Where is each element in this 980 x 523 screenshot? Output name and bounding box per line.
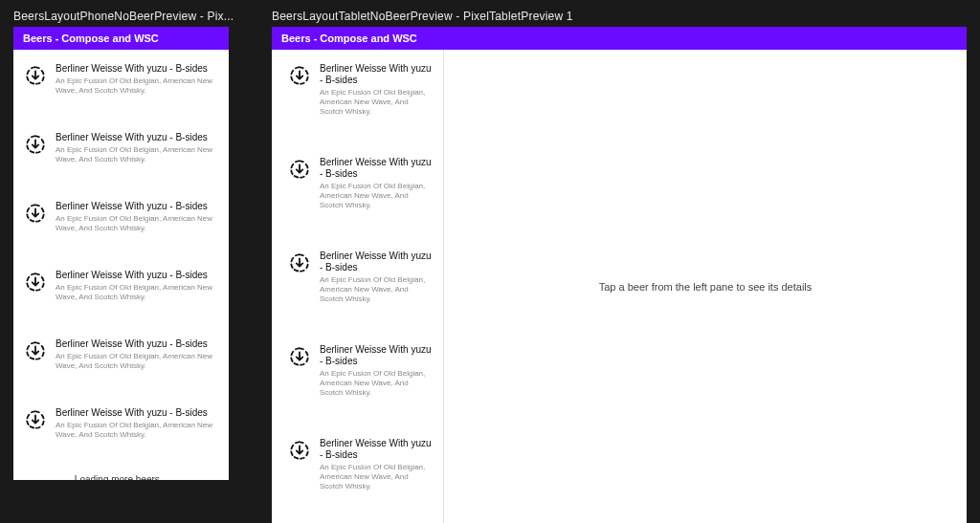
download-dashed-circle-icon	[25, 65, 46, 86]
list-item[interactable]: Berliner Weisse With yuzu - B-sides An E…	[272, 151, 443, 216]
loading-more-label: Loading more beers...	[13, 470, 229, 480]
download-dashed-circle-icon	[25, 409, 46, 430]
download-dashed-circle-icon	[289, 252, 310, 273]
beer-title: Berliner Weisse With yuzu - B-sides	[56, 132, 217, 143]
app-bar: Beers - Compose and WSC	[13, 27, 229, 50]
beer-title: Berliner Weisse With yuzu - B-sides	[320, 251, 434, 273]
list-item[interactable]: Berliner Weisse With yuzu - B-sides An E…	[272, 245, 443, 310]
beer-title: Berliner Weisse With yuzu - B-sides	[56, 201, 217, 212]
beer-subtitle: An Epic Fusion Of Old Belgian, American …	[56, 283, 217, 302]
list-item[interactable]: Berliner Weisse With yuzu - B-sides An E…	[272, 432, 443, 497]
preview-tab-phone[interactable]: BeersLayoutPhoneNoBeerPreview - Pix...	[13, 10, 234, 23]
beer-title: Berliner Weisse With yuzu - B-sides	[320, 438, 434, 461]
phone-preview-frame: Beers - Compose and WSC Berliner Weisse …	[13, 27, 229, 480]
tablet-preview-frame: Beers - Compose and WSC Berliner Weisse …	[272, 27, 967, 523]
beer-subtitle: An Epic Fusion Of Old Belgian, American …	[320, 275, 434, 304]
app-bar: Beers - Compose and WSC	[272, 27, 967, 50]
download-dashed-circle-icon	[289, 440, 310, 461]
beer-title: Berliner Weisse With yuzu - B-sides	[320, 344, 434, 367]
detail-empty-pane: Tap a beer from the left pane to see its…	[444, 50, 967, 523]
list-item[interactable]: Berliner Weisse With yuzu - B-sides An E…	[13, 264, 229, 308]
beer-subtitle: An Epic Fusion Of Old Belgian, American …	[320, 182, 434, 210]
beer-subtitle: An Epic Fusion Of Old Belgian, American …	[56, 76, 217, 96]
download-dashed-circle-icon	[25, 272, 46, 293]
beer-title: Berliner Weisse With yuzu - B-sides	[56, 63, 217, 75]
app-bar-title: Beers - Compose and WSC	[281, 33, 417, 44]
list-item[interactable]: Berliner Weisse With yuzu - B-sides An E…	[13, 333, 229, 377]
download-dashed-circle-icon	[25, 203, 46, 224]
beer-list-phone[interactable]: Berliner Weisse With yuzu - B-sides An E…	[13, 50, 229, 480]
beer-title: Berliner Weisse With yuzu - B-sides	[56, 270, 217, 281]
list-item[interactable]: Berliner Weisse With yuzu - B-sides An E…	[13, 402, 229, 446]
app-bar-title: Beers - Compose and WSC	[23, 33, 159, 44]
list-item[interactable]: Berliner Weisse With yuzu - B-sides An E…	[272, 338, 443, 403]
beer-subtitle: An Epic Fusion Of Old Belgian, American …	[56, 145, 217, 164]
beer-title: Berliner Weisse With yuzu - B-sides	[320, 63, 434, 86]
list-item[interactable]: Berliner Weisse With yuzu - B-sides An E…	[272, 57, 443, 122]
list-item[interactable]: Berliner Weisse With yuzu - B-sides An E…	[13, 195, 229, 239]
beer-subtitle: An Epic Fusion Of Old Belgian, American …	[56, 352, 217, 371]
detail-empty-label: Tap a beer from the left pane to see its…	[599, 281, 813, 293]
download-dashed-circle-icon	[25, 134, 46, 155]
beer-title: Berliner Weisse With yuzu - B-sides	[320, 157, 434, 180]
download-dashed-circle-icon	[289, 346, 310, 367]
download-dashed-circle-icon	[289, 65, 310, 86]
preview-tab-tablet[interactable]: BeersLayoutTabletNoBeerPreview - PixelTa…	[272, 10, 573, 23]
list-item[interactable]: Berliner Weisse With yuzu - B-sides An E…	[13, 126, 229, 170]
list-item[interactable]: Berliner Weisse With yuzu - B-sides An E…	[13, 57, 229, 101]
beer-subtitle: An Epic Fusion Of Old Belgian, American …	[320, 463, 434, 491]
beer-subtitle: An Epic Fusion Of Old Belgian, American …	[320, 88, 434, 117]
download-dashed-circle-icon	[25, 340, 46, 361]
beer-subtitle: An Epic Fusion Of Old Belgian, American …	[320, 369, 434, 398]
download-dashed-circle-icon	[289, 159, 310, 180]
beer-list-tablet[interactable]: Berliner Weisse With yuzu - B-sides An E…	[272, 50, 444, 523]
beer-title: Berliner Weisse With yuzu - B-sides	[56, 338, 217, 350]
beer-subtitle: An Epic Fusion Of Old Belgian, American …	[56, 421, 217, 440]
beer-subtitle: An Epic Fusion Of Old Belgian, American …	[56, 214, 217, 233]
beer-title: Berliner Weisse With yuzu - B-sides	[56, 407, 217, 419]
